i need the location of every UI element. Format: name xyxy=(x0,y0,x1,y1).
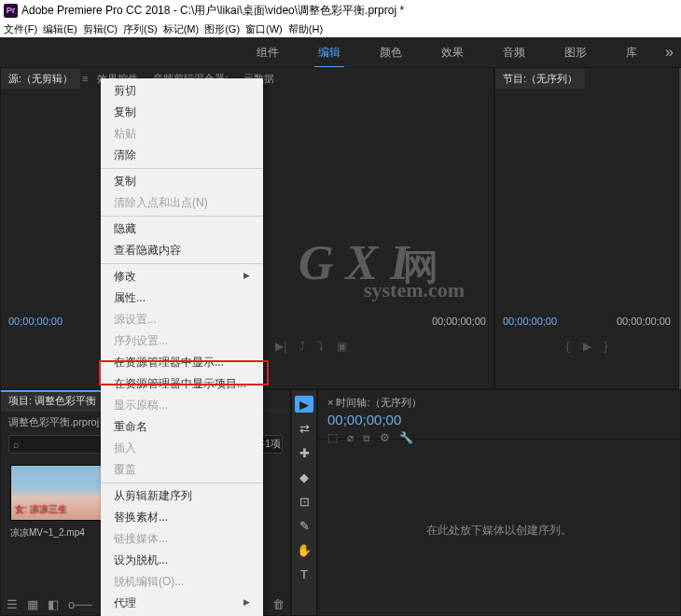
source-tc-in[interactable]: 00;00;00;00 xyxy=(8,315,63,327)
search-icon: ⌕ xyxy=(13,439,20,450)
mark-in-icon[interactable]: { xyxy=(565,340,569,358)
trash-icon[interactable]: 🗑 xyxy=(272,597,285,611)
menu-separator xyxy=(101,483,263,483)
workspace-tab-editing[interactable]: 编辑 xyxy=(314,37,344,68)
program-tc-out[interactable]: 00;00;00;00 xyxy=(617,315,671,327)
menu-item[interactable]: 在资源管理器中显示项目... xyxy=(101,373,263,395)
menu-graphics[interactable]: 图形(G) xyxy=(204,22,240,36)
wrench-icon[interactable]: 🔧 xyxy=(399,431,413,444)
menu-item[interactable]: 从剪辑新建序列 xyxy=(101,485,263,507)
tab-source[interactable]: 源:（无剪辑） xyxy=(1,68,80,90)
title-bar: Pr Adobe Premiere Pro CC 2018 - C:\用户\li… xyxy=(0,0,681,21)
tab-project[interactable]: 项目: 调整色彩平衡 xyxy=(1,390,104,411)
tab-program[interactable]: 节目:（无序列） xyxy=(495,68,585,90)
menu-item[interactable]: 修改 xyxy=(101,266,263,287)
workspace-tab-assembly[interactable]: 组件 xyxy=(253,37,283,68)
settings-icon[interactable]: ⚙ xyxy=(380,431,390,444)
menu-item: 源设置... xyxy=(101,309,263,330)
menu-item: 清除入点和出点(N) xyxy=(101,192,263,214)
export-frame-icon[interactable]: ▣ xyxy=(337,340,347,358)
slip-tool-icon[interactable]: ⊡ xyxy=(295,493,313,510)
menu-clip[interactable]: 剪辑(C) xyxy=(83,22,118,36)
menu-item: 显示原稿... xyxy=(101,395,263,416)
menu-item[interactable]: 清除 xyxy=(101,145,263,166)
workspace-tab-effects[interactable]: 效果 xyxy=(438,37,467,68)
marker-icon[interactable]: ⧈ xyxy=(363,431,370,444)
menu-item[interactable]: 属性... xyxy=(101,287,263,309)
razor-tool-icon[interactable]: ◆ xyxy=(295,469,313,485)
clip-thumbnail[interactable] xyxy=(10,465,107,521)
freeform-view-icon[interactable]: ◧ xyxy=(48,597,59,611)
menu-item: 链接媒体... xyxy=(101,528,263,550)
timeline-header: × 时间轴:（无序列） 00;00;00;00 ⬚ ⌀ ⧈ ⚙ 🔧 xyxy=(318,390,680,440)
timeline-panel: × 时间轴:（无序列） 00;00;00;00 ⬚ ⌀ ⧈ ⚙ 🔧 在此处放下媒… xyxy=(317,389,681,616)
menu-window[interactable]: 窗口(W) xyxy=(245,22,283,36)
timeline-drop-area[interactable]: 在此处放下媒体以创建序列。 xyxy=(318,446,680,615)
workspace-overflow-icon[interactable]: » xyxy=(665,44,674,61)
selection-tool-icon[interactable]: ▶ xyxy=(295,396,313,413)
track-select-tool-icon[interactable]: ⇄ xyxy=(295,420,313,437)
menu-help[interactable]: 帮助(H) xyxy=(288,22,323,36)
menu-item[interactable]: 设为脱机... xyxy=(101,550,263,571)
menu-edit[interactable]: 编辑(E) xyxy=(43,22,77,36)
ripple-edit-tool-icon[interactable]: ✚ xyxy=(295,444,313,461)
context-menu[interactable]: 剪切复制粘贴清除复制清除入点和出点(N)隐藏查看隐藏内容修改属性...源设置..… xyxy=(101,78,263,616)
menu-item[interactable]: 复制 xyxy=(101,171,263,192)
menu-item: 序列设置... xyxy=(101,330,263,352)
menu-item: 脱机编辑(O)... xyxy=(101,571,263,593)
menu-item[interactable]: 替换素材... xyxy=(101,507,263,528)
timeline-timecode[interactable]: 00;00;00;00 xyxy=(327,412,671,427)
app-logo-icon: Pr xyxy=(4,4,18,18)
menu-item[interactable]: 在资源管理器中显示... xyxy=(101,352,263,373)
project-clip-item[interactable]: 凉凉MV~1_2.mp4 xyxy=(10,465,105,539)
tab-menu-icon[interactable]: ≡ xyxy=(80,73,90,84)
program-monitor-panel: 节目:（无序列） 00;00;00;00 00;00;00;00 { ▶ } xyxy=(494,67,679,389)
timeline-empty-hint: 在此处放下媒体以创建序列。 xyxy=(426,523,572,539)
menu-item[interactable]: 剪切 xyxy=(101,80,263,102)
workspace-tab-libraries[interactable]: 库 xyxy=(622,37,641,68)
snap-icon[interactable]: ⬚ xyxy=(327,431,338,444)
list-view-icon[interactable]: ☰ xyxy=(7,597,18,611)
tools-panel: ▶ ⇄ ✚ ◆ ⊡ ✎ ✋ T xyxy=(291,389,317,616)
clip-label: 凉凉MV~1_2.mp4 xyxy=(10,526,105,539)
workspace-tab-color[interactable]: 颜色 xyxy=(376,37,406,68)
insert-icon[interactable]: ⤴ xyxy=(299,340,305,358)
program-monitor-controls: 00;00;00;00 00;00;00;00 { ▶ } xyxy=(495,351,678,388)
menu-separator xyxy=(101,216,263,217)
menu-file[interactable]: 文件(F) xyxy=(4,22,37,36)
mark-out-icon[interactable]: } xyxy=(605,340,608,358)
zoom-slider[interactable]: o── xyxy=(68,597,92,611)
menu-markers[interactable]: 标记(M) xyxy=(163,22,200,36)
play-icon[interactable]: ▶ xyxy=(583,340,591,358)
workspace-tab-graphics[interactable]: 图形 xyxy=(561,37,591,68)
icon-view-icon[interactable]: ▦ xyxy=(27,597,38,611)
menu-item: 粘贴 xyxy=(101,123,263,145)
program-panel-tabs: 节目:（无序列） xyxy=(495,68,678,90)
go-out-icon[interactable]: ▶| xyxy=(275,340,286,358)
menu-item[interactable]: 重命名 xyxy=(101,416,263,438)
timeline-tab[interactable]: × 时间轴:（无序列） xyxy=(327,396,671,410)
menu-item[interactable]: 查看隐藏内容 xyxy=(101,240,263,261)
menu-item: 覆盖 xyxy=(101,459,263,481)
pen-tool-icon[interactable]: ✎ xyxy=(295,517,313,534)
timeline-toggles: ⬚ ⌀ ⧈ ⚙ 🔧 xyxy=(327,431,671,444)
menu-item[interactable]: 复制 xyxy=(101,102,263,123)
workspace-bar: 组件 编辑 颜色 效果 音频 图形 库 » xyxy=(0,37,681,68)
menu-bar: 文件(F) 编辑(E) 剪辑(C) 序列(S) 标记(M) 图形(G) 窗口(W… xyxy=(0,21,681,37)
overwrite-icon[interactable]: ⤵ xyxy=(318,340,324,358)
menu-separator xyxy=(101,168,263,169)
menu-item: 插入 xyxy=(101,438,263,459)
menu-sequence[interactable]: 序列(S) xyxy=(123,22,158,36)
menu-item[interactable]: 隐藏 xyxy=(101,218,263,240)
menu-item[interactable]: 代理 xyxy=(101,593,263,614)
link-icon[interactable]: ⌀ xyxy=(347,431,354,444)
window-title: Adobe Premiere Pro CC 2018 - C:\用户\likai… xyxy=(21,3,404,19)
program-monitor-view xyxy=(495,89,678,351)
type-tool-icon[interactable]: T xyxy=(295,566,313,582)
source-tc-out[interactable]: 00;00;00;00 xyxy=(432,315,486,327)
workspace-tab-audio[interactable]: 音频 xyxy=(499,37,529,68)
program-tc-in[interactable]: 00;00;00;00 xyxy=(503,315,557,327)
menu-separator xyxy=(101,263,263,264)
hand-tool-icon[interactable]: ✋ xyxy=(295,541,313,558)
program-transport[interactable]: { ▶ } xyxy=(495,340,678,358)
